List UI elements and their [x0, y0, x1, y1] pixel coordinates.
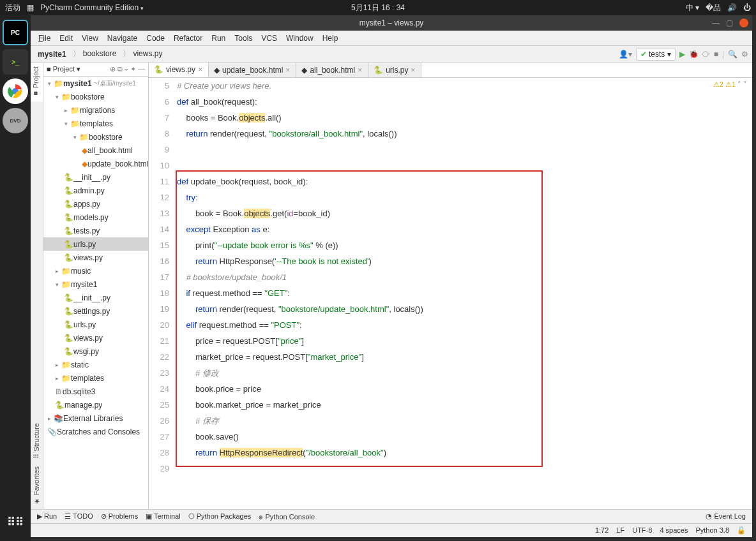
python-packages-tool[interactable]: ⎔ Python Packages — [188, 512, 252, 521]
todo-tool[interactable]: ☰ TODO — [64, 512, 93, 521]
power-icon[interactable]: ⏻ — [743, 3, 751, 12]
minimize-icon[interactable]: — — [712, 19, 720, 27]
tab-all-book[interactable]: ◆ all_book.html ✕ — [296, 63, 368, 77]
menu-edit[interactable]: Edit — [57, 33, 75, 44]
panel-title: ■ Project ▾ — [47, 65, 80, 73]
event-log-tool[interactable]: ◔ Event Log — [706, 512, 746, 521]
menu-run[interactable]: Run — [209, 33, 228, 44]
close-icon[interactable]: ✕ — [358, 67, 363, 73]
project-tool-window: ■ Project ▾ ⊕ ⧉ ÷ ✦ — ▾📁 mysite1 ~/桌面/my… — [43, 63, 149, 509]
menu-refactor[interactable]: Refactor — [171, 33, 205, 44]
run-config-select[interactable]: ✔ tests ▾ — [636, 48, 676, 61]
system-top-bar: 活动 ▦ PyCharm Community Edition 5月11日 16 … — [0, 0, 756, 15]
breadcrumb-dir[interactable]: bookstore — [70, 47, 120, 61]
ime-indicator[interactable]: 中 ▾ — [686, 3, 699, 13]
add-user-icon[interactable]: 👤▾ — [619, 50, 632, 59]
terminal-tool[interactable]: ▣ Terminal — [146, 512, 180, 521]
close-icon[interactable]: ✕ — [198, 66, 203, 73]
menu-code[interactable]: Code — [144, 33, 167, 44]
cursor-position[interactable]: 1:72 — [595, 526, 609, 535]
close-icon[interactable] — [739, 19, 748, 27]
editor-tabs: 🐍 views.py ✕ ◆ update_book.html ✕ ◆ all_… — [149, 63, 752, 78]
menu-vcs[interactable]: VCS — [259, 33, 280, 44]
sep: | — [722, 50, 724, 59]
launcher-apps-grid[interactable]: ⠿⠿ — [3, 509, 28, 535]
navigation-bar: mysite1 bookstore views.py 👤▾ ✔ tests ▾ … — [31, 46, 752, 63]
weak-warnings-indicator[interactable]: ⚠1 — [725, 80, 736, 89]
run-button[interactable]: ▶ — [679, 50, 685, 59]
close-icon[interactable]: ✕ — [285, 67, 291, 73]
volume-icon[interactable]: 🔊 — [727, 3, 737, 12]
line-separator[interactable]: LF — [616, 526, 624, 535]
launcher-chrome[interactable] — [3, 78, 28, 104]
tab-views[interactable]: 🐍 views.py ✕ — [149, 63, 209, 77]
python-console-tool[interactable]: ⎈ Python Console — [259, 513, 315, 521]
code-editor[interactable]: 5678910111213141516171819202122232425262… — [149, 78, 752, 509]
app-menu[interactable]: PyCharm Community Edition — [40, 3, 144, 12]
left-toolwindow-stripe: ■ Project ⠿ Structure ★ Favorites — [31, 63, 43, 509]
launcher-dvd[interactable]: DVD — [3, 108, 28, 133]
encoding[interactable]: UTF-8 — [632, 526, 652, 535]
status-bar: 1:72 LF UTF-8 4 spaces Python 3.8 🔓 — [31, 523, 752, 537]
structure-tab[interactable]: ⠿ Structure — [31, 419, 43, 463]
dock: PC >_ DVD ⠿⠿ — [0, 15, 31, 541]
bottom-toolwindow-bar: ▶ Run ☰ TODO ⊘ Problems ▣ Terminal ⎔ Pyt… — [31, 509, 752, 523]
settings-icon[interactable]: ⚙ — [741, 50, 748, 59]
window-title: mysite1 – views.py — [359, 19, 424, 27]
panel-tools[interactable]: ⊕ ⧉ ÷ ✦ — — [110, 65, 145, 73]
menu-tools[interactable]: Tools — [232, 33, 255, 44]
tab-urls[interactable]: 🐍 urls.py ✕ — [368, 63, 421, 77]
project-tab[interactable]: ■ Project — [31, 63, 43, 101]
favorites-tab[interactable]: ★ Favorites — [31, 463, 43, 509]
stop-icon[interactable]: ■ — [714, 50, 718, 59]
breadcrumb-file[interactable]: views.py — [119, 47, 165, 61]
clock[interactable]: 5月11日 16 : 34 — [351, 3, 405, 13]
main-menu: FFileile Edit View Navigate Code Refacto… — [31, 31, 752, 46]
chevron-up-icon[interactable]: ˄ — [737, 80, 741, 89]
interpreter[interactable]: Python 3.8 — [695, 526, 729, 535]
coverage-icon[interactable]: ⧂ — [702, 50, 710, 59]
chevron-down-icon[interactable]: ˅ — [743, 80, 747, 89]
pycharm-icon: ▦ — [27, 3, 34, 12]
selected-tree-node[interactable]: 🐍 urls.py — [43, 237, 148, 251]
indent[interactable]: 4 spaces — [660, 526, 688, 535]
warnings-indicator[interactable]: ⚠2 — [713, 80, 723, 89]
debug-button[interactable]: 🐞 — [689, 50, 699, 59]
pycharm-window: mysite1 – views.py — ▢ FFileile Edit Vie… — [31, 15, 752, 537]
search-icon[interactable]: 🔍 — [728, 50, 737, 59]
lock-icon[interactable]: 🔓 — [737, 526, 746, 535]
network-icon[interactable]: �品 — [706, 3, 721, 13]
menu-help[interactable]: Help — [320, 33, 341, 44]
menu-file[interactable]: FFileile — [36, 33, 53, 44]
menu-view[interactable]: View — [79, 33, 101, 44]
close-icon[interactable]: ✕ — [411, 67, 416, 73]
breadcrumb-root[interactable]: mysite1 — [34, 48, 70, 60]
problems-tool[interactable]: ⊘ Problems — [101, 512, 139, 521]
title-bar: mysite1 – views.py — ▢ — [31, 15, 752, 31]
editor: 🐍 views.py ✕ ◆ update_book.html ✕ ◆ all_… — [149, 63, 752, 509]
maximize-icon[interactable]: ▢ — [726, 19, 733, 27]
activities-button[interactable]: 活动 — [5, 3, 20, 13]
run-tool[interactable]: ▶ Run — [37, 512, 57, 521]
menu-navigate[interactable]: Navigate — [105, 33, 140, 44]
project-tree[interactable]: ▾📁 mysite1 ~/桌面/mysite1 ▾📁 bookstore ▸📁 … — [43, 77, 148, 509]
launcher-terminal[interactable]: >_ — [3, 49, 28, 75]
tab-update-book[interactable]: ◆ update_book.html ✕ — [209, 63, 296, 77]
launcher-pycharm[interactable]: PC — [3, 20, 28, 45]
menu-window[interactable]: Window — [284, 33, 316, 44]
